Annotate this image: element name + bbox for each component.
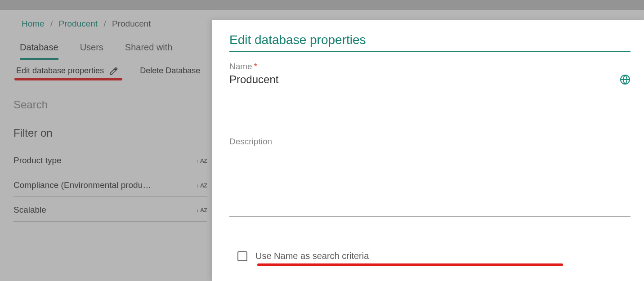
name-field-block: Name* — [229, 62, 631, 87]
name-input[interactable] — [229, 71, 609, 87]
description-field-block: Description — [229, 137, 631, 219]
description-textarea[interactable] — [229, 149, 631, 217]
annotation-underline — [257, 263, 563, 266]
use-name-checkbox-row[interactable]: Use Name as search criteria — [237, 251, 631, 261]
required-asterisk: * — [254, 62, 257, 71]
globe-icon[interactable] — [620, 74, 631, 85]
checkbox-label: Use Name as search criteria — [255, 251, 369, 261]
edit-database-modal: Edit database properties Name* Descripti… — [212, 20, 644, 281]
modal-title: Edit database properties — [229, 33, 631, 52]
checkbox-icon[interactable] — [237, 251, 247, 261]
name-label: Name* — [229, 62, 631, 71]
description-label: Description — [229, 137, 631, 147]
name-label-text: Name — [229, 62, 252, 71]
